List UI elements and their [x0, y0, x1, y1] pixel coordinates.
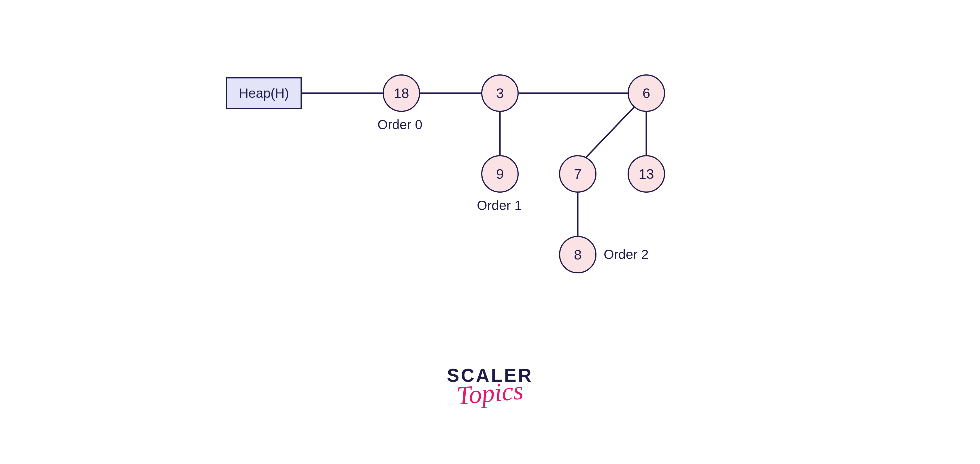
- node-value: 7: [574, 166, 582, 182]
- heap-label: Heap(H): [239, 85, 289, 101]
- edge-6-to-7: [582, 107, 634, 161]
- node-13: 13: [628, 155, 665, 193]
- node-8: 8: [559, 236, 597, 273]
- node-18: 18: [383, 74, 420, 112]
- node-9: 9: [481, 155, 519, 193]
- brand-logo: SCALER Topics: [447, 366, 533, 406]
- brand-topics: Topics: [455, 377, 525, 409]
- order-1-label: Order 1: [477, 198, 522, 213]
- node-value: 8: [574, 247, 582, 263]
- diagram-stage: Heap(H) 18 3 6 9 7 13 8 Order 0 Order 1 …: [0, 0, 980, 464]
- node-7: 7: [559, 155, 597, 193]
- node-value: 13: [638, 166, 654, 182]
- node-value: 3: [496, 85, 504, 101]
- node-6: 6: [628, 74, 665, 112]
- node-value: 6: [643, 85, 651, 101]
- node-value: 18: [394, 85, 409, 101]
- heap-pointer-box: Heap(H): [226, 77, 302, 109]
- node-value: 9: [496, 166, 504, 182]
- node-3: 3: [481, 74, 519, 112]
- order-0-label: Order 0: [377, 117, 422, 132]
- order-2-label: Order 2: [604, 247, 649, 262]
